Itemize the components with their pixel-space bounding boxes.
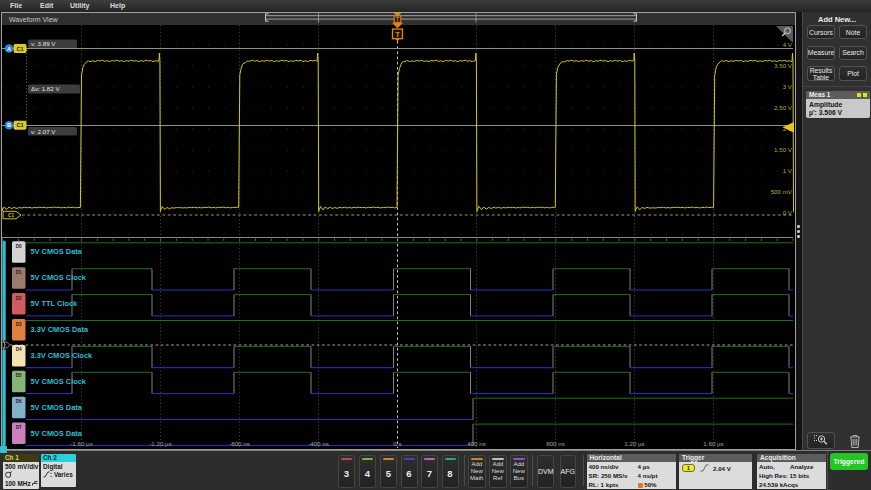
svg-text:D6: D6 bbox=[16, 399, 22, 404]
svg-text:C1: C1 bbox=[8, 213, 14, 218]
svg-text:-1.20 µs: -1.20 µs bbox=[149, 440, 171, 447]
svg-text:1.60 µs: 1.60 µs bbox=[703, 440, 723, 447]
svg-text:3.3V CMOS Data: 3.3V CMOS Data bbox=[31, 325, 89, 334]
svg-text:-800 ns: -800 ns bbox=[229, 440, 250, 447]
svg-text:4 V: 4 V bbox=[783, 41, 793, 48]
svg-text:A: A bbox=[7, 46, 11, 52]
svg-text:1.50 V: 1.50 V bbox=[774, 146, 793, 153]
svg-text:v: 2.07 V: v: 2.07 V bbox=[31, 128, 56, 135]
svg-text:3.50 V: 3.50 V bbox=[774, 62, 793, 69]
svg-text:0 V: 0 V bbox=[783, 209, 793, 216]
svg-text:5V CMOS Clock: 5V CMOS Clock bbox=[31, 273, 87, 282]
svg-text:C1: C1 bbox=[17, 122, 24, 128]
svg-text:5V CMOS Clock: 5V CMOS Clock bbox=[31, 377, 87, 386]
svg-text:5V TTL Clock: 5V TTL Clock bbox=[31, 299, 79, 308]
svg-text:D1: D1 bbox=[16, 270, 22, 275]
svg-text:5V CMOS Data: 5V CMOS Data bbox=[31, 403, 83, 412]
svg-text:800 ns: 800 ns bbox=[546, 440, 565, 447]
svg-text:3.3V CMOS Clock: 3.3V CMOS Clock bbox=[31, 351, 93, 360]
svg-text:T: T bbox=[395, 29, 400, 38]
svg-text:-400 ns: -400 ns bbox=[308, 440, 329, 447]
svg-text:3 V: 3 V bbox=[783, 83, 793, 90]
svg-text:2.50 V: 2.50 V bbox=[774, 104, 793, 111]
svg-text:C1: C1 bbox=[17, 46, 24, 52]
svg-text:D7: D7 bbox=[16, 425, 22, 430]
svg-text:1.20 µs: 1.20 µs bbox=[624, 440, 644, 447]
svg-text:400 ns: 400 ns bbox=[467, 440, 486, 447]
svg-text:D2: D2 bbox=[16, 296, 22, 301]
svg-text:D3: D3 bbox=[16, 322, 22, 327]
svg-text:5V CMOS Data: 5V CMOS Data bbox=[31, 429, 83, 438]
svg-text:B: B bbox=[7, 122, 11, 128]
svg-text:-1.60 µs: -1.60 µs bbox=[70, 440, 92, 447]
svg-text:D0: D0 bbox=[16, 244, 22, 249]
svg-text:v: 3.89 V: v: 3.89 V bbox=[31, 40, 56, 47]
svg-text:1 V: 1 V bbox=[783, 167, 793, 174]
svg-text:D4: D4 bbox=[16, 347, 22, 352]
svg-text:5V CMOS Data: 5V CMOS Data bbox=[31, 247, 83, 256]
svg-text:D5: D5 bbox=[16, 373, 22, 378]
svg-text:500 mV: 500 mV bbox=[771, 188, 793, 195]
svg-text:0 s: 0 s bbox=[393, 440, 401, 447]
svg-text:Δv: 1.82 V: Δv: 1.82 V bbox=[31, 85, 60, 92]
